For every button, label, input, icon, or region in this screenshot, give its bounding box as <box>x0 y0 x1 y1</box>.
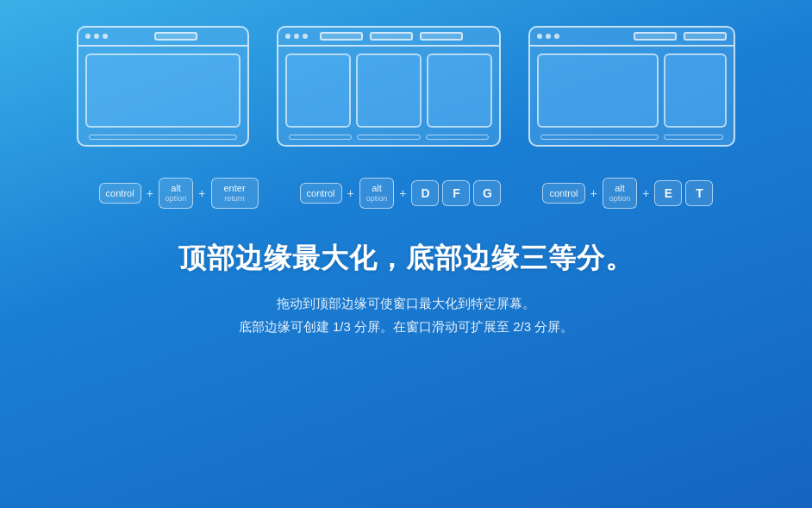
dot2 <box>294 34 299 39</box>
laptop-content-triple <box>285 53 492 128</box>
scroll-side <box>664 135 723 140</box>
pane-side <box>664 53 727 128</box>
key-d: D <box>411 180 439 206</box>
key-control-1: control <box>99 183 141 204</box>
scrollbar-single <box>89 135 237 140</box>
sub-line-2: 底部边缘可创建 1/3 分屏。在窗口滑动可扩展至 2/3 分屏。 <box>239 319 573 334</box>
key-t: T <box>685 180 713 206</box>
tab-ind-2 <box>370 32 413 41</box>
laptop-bar-two <box>530 28 734 47</box>
main-title: 顶部边缘最大化，底部边缘三等分。 <box>178 240 634 278</box>
illustration-two <box>528 26 735 147</box>
scroll-main <box>540 135 659 140</box>
illustrations-row <box>77 26 735 147</box>
dot2 <box>546 34 551 39</box>
dot1 <box>85 34 91 39</box>
laptop-content-single <box>85 53 240 128</box>
key-alt-option-3: altoption <box>603 178 638 209</box>
key-e: E <box>654 180 682 206</box>
scroll-3 <box>426 135 489 140</box>
shortcut-thirds: control + altoption + D F G <box>300 178 502 209</box>
plus-6: + <box>642 186 649 200</box>
shortcuts-row: control + altoption + enterreturn contro… <box>99 178 714 209</box>
plus-5: + <box>590 186 597 200</box>
tab-indicator <box>154 32 197 41</box>
scroll-1 <box>289 135 352 140</box>
laptop-bar-triple <box>278 28 499 47</box>
pane-main <box>537 53 659 128</box>
plus-3: + <box>347 186 354 200</box>
tab-center <box>111 32 240 41</box>
text-section: 顶部边缘最大化，底部边缘三等分。 拖动到顶部边缘可使窗口最大化到特定屏幕。 底部… <box>178 240 634 338</box>
dot3 <box>103 34 108 39</box>
laptop-bar-single <box>78 28 247 47</box>
plus-2: + <box>198 186 205 200</box>
shortcut-maximize: control + altoption + enterreturn <box>99 178 259 209</box>
tab-ind-1 <box>320 32 363 41</box>
tab-ind-3 <box>420 32 463 41</box>
dot2 <box>94 34 99 39</box>
dot3 <box>554 34 559 39</box>
plus-4: + <box>399 186 406 200</box>
pane-3 <box>427 53 492 128</box>
key-control-2: control <box>300 183 342 204</box>
illustration-triple <box>277 26 501 147</box>
dot1 <box>537 34 542 39</box>
laptop-content-two <box>537 53 727 128</box>
key-f: F <box>442 180 470 206</box>
sub-text: 拖动到顶部边缘可使窗口最大化到特定屏幕。 底部边缘可创建 1/3 分屏。在窗口滑… <box>178 292 634 338</box>
pane-1 <box>285 53 351 128</box>
plus-1: + <box>147 186 153 200</box>
tab-ind-r1 <box>634 32 677 41</box>
key-enter-return: enterreturn <box>211 178 259 209</box>
dot1 <box>285 34 290 39</box>
content-pane-full <box>85 53 240 128</box>
pane-2 <box>356 53 422 128</box>
key-alt-option-1: altoption <box>159 178 194 209</box>
shortcut-two-thirds: control + altoption + E T <box>542 178 713 209</box>
sub-line-1: 拖动到顶部边缘可使窗口最大化到特定屏幕。 <box>277 296 535 310</box>
illustration-single <box>77 26 249 147</box>
tab-ind-r2 <box>684 32 727 41</box>
key-control-3: control <box>542 183 584 204</box>
key-g: G <box>473 180 501 206</box>
key-alt-option-2: altoption <box>359 178 395 209</box>
dot3 <box>303 34 308 39</box>
scroll-2 <box>357 135 420 140</box>
